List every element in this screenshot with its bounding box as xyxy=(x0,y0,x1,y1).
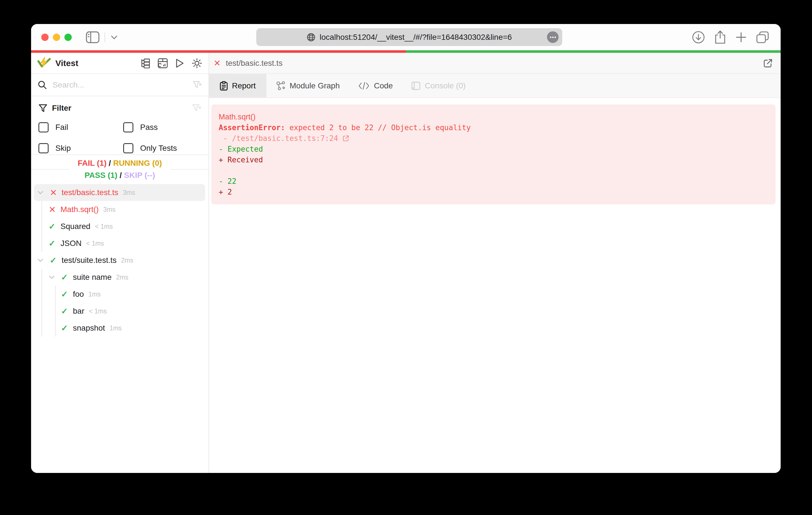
pass-icon: ✓ xyxy=(49,239,60,248)
test-duration: < 1ms xyxy=(89,307,107,315)
tree-item-math-sqrt[interactable]: ✕ Math.sqrt() 3ms xyxy=(31,201,208,218)
test-label: Math.sqrt() xyxy=(60,205,98,214)
summary-running: RUNNING (0) xyxy=(113,159,162,168)
tree-guide xyxy=(41,286,42,303)
test-label: snapshot xyxy=(73,324,105,333)
console-icon xyxy=(411,81,420,90)
toolbar-divider xyxy=(105,32,105,42)
report-content: Math.sqrt() AssertionError: expected 2 t… xyxy=(209,98,781,473)
search-icon xyxy=(38,81,47,90)
diff-expected-value: - 22 xyxy=(219,176,768,187)
tree-item-squared[interactable]: ✓ Squared < 1ms xyxy=(31,218,208,235)
external-link-icon[interactable] xyxy=(342,135,349,142)
tab-label: Code xyxy=(374,81,393,90)
address-bar[interactable]: localhost:51204/__vitest__/#/?file=16484… xyxy=(256,28,562,46)
tree-guide xyxy=(41,269,42,286)
tree-item-bar[interactable]: ✓ bar < 1ms xyxy=(31,303,208,320)
open-in-editor-icon[interactable] xyxy=(763,58,773,68)
share-icon[interactable] xyxy=(714,30,726,44)
tree-item-foo[interactable]: ✓ foo 1ms xyxy=(31,286,208,303)
run-all-icon[interactable] xyxy=(175,58,184,68)
filter-option-only-tests[interactable]: Only Tests xyxy=(123,143,201,153)
screen-background: { "browser": { "url": "localhost:51204/_… xyxy=(0,0,812,515)
close-window-button[interactable] xyxy=(41,34,49,41)
app-title: Vitest xyxy=(55,58,78,68)
sidebar: Vitest xyxy=(31,53,209,473)
report-icon xyxy=(220,81,228,91)
close-file-icon[interactable]: ✕ xyxy=(213,59,221,67)
test-duration: 1ms xyxy=(110,325,122,332)
checkbox-skip[interactable] xyxy=(38,143,49,153)
chevron-down-icon[interactable] xyxy=(37,190,50,194)
checkbox-label: Fail xyxy=(55,123,68,132)
expand-tree-icon[interactable] xyxy=(141,58,150,68)
dashboard-icon[interactable] xyxy=(158,58,168,68)
filter-title: Filter xyxy=(52,103,71,113)
test-label: foo xyxy=(73,290,84,299)
test-duration: 2ms xyxy=(116,274,128,281)
test-duration: 2ms xyxy=(121,256,133,264)
clear-search-filter-icon[interactable] xyxy=(193,81,202,89)
tree-item-json[interactable]: ✓ JSON < 1ms xyxy=(31,235,208,252)
diff-received-value: + 2 xyxy=(219,187,768,198)
filter-option-skip[interactable]: Skip xyxy=(38,143,123,153)
filter-option-pass[interactable]: Pass xyxy=(123,122,201,132)
file-tab-header: ✕ test/basic.test.ts xyxy=(209,53,781,74)
downloads-icon[interactable] xyxy=(692,31,705,44)
tab-code[interactable]: Code xyxy=(349,74,402,97)
tree-guide xyxy=(41,235,42,252)
tab-overview-icon[interactable] xyxy=(756,31,769,44)
tree-item-suite-name[interactable]: ✓ suite name 2ms xyxy=(31,269,208,286)
test-duration: 3ms xyxy=(123,189,135,196)
tab-label: Console (0) xyxy=(425,81,466,90)
tab-label: Report xyxy=(232,81,256,90)
tab-module-graph[interactable]: Module Graph xyxy=(266,74,349,97)
checkbox-only-tests[interactable] xyxy=(123,143,133,153)
error-location-link[interactable]: - /test/basic.test.ts:7:24 xyxy=(219,133,768,144)
test-tree: ✕ test/basic.test.ts 3ms ✕ Math.sqrt() 3… xyxy=(31,183,208,473)
chevron-down-icon[interactable] xyxy=(37,259,50,262)
chevron-down-icon[interactable] xyxy=(49,275,61,279)
view-tabs: Report Module Graph xyxy=(209,74,781,98)
tree-guide xyxy=(55,286,56,303)
tree-item-snapshot[interactable]: ✓ snapshot 1ms xyxy=(31,320,208,337)
globe-icon xyxy=(307,33,316,42)
checkbox-label: Only Tests xyxy=(140,144,177,153)
test-duration: < 1ms xyxy=(95,223,113,231)
tree-guide xyxy=(55,320,56,337)
theme-toggle-icon[interactable] xyxy=(192,58,202,69)
assertion-error-line: AssertionError: expected 2 to be 22 // O… xyxy=(219,122,768,133)
zoom-window-button[interactable] xyxy=(64,34,72,41)
code-icon xyxy=(358,82,370,90)
checkbox-fail[interactable] xyxy=(38,122,49,132)
pass-icon: ✓ xyxy=(61,307,73,315)
sidebar-toggle-icon[interactable] xyxy=(86,31,99,43)
test-duration: < 1ms xyxy=(86,240,104,247)
chevron-down-icon[interactable] xyxy=(110,35,118,40)
url-text: localhost:51204/__vitest__/#/?file=16484… xyxy=(320,33,512,42)
new-tab-icon[interactable] xyxy=(735,32,747,43)
test-summary: FAIL (1) / RUNNING (0) PASS (1) / SKIP (… xyxy=(31,155,208,183)
minimize-window-button[interactable] xyxy=(53,34,60,41)
pass-icon: ✓ xyxy=(61,273,73,281)
search-row xyxy=(31,74,208,96)
checkbox-label: Pass xyxy=(140,123,158,132)
pass-icon: ✓ xyxy=(50,256,62,265)
browser-titlebar: localhost:51204/__vitest__/#/?file=16484… xyxy=(31,24,781,50)
filter-section: Filter Fail Pass xyxy=(31,96,208,155)
checkbox-pass[interactable] xyxy=(123,122,133,132)
vitest-logo xyxy=(37,57,51,70)
tree-item-basic-test-file[interactable]: ✕ test/basic.test.ts 3ms xyxy=(31,184,208,201)
tree-guide xyxy=(41,320,42,337)
filter-option-fail[interactable]: Fail xyxy=(38,122,123,132)
clear-filter-icon[interactable] xyxy=(192,104,201,112)
tab-report[interactable]: Report xyxy=(209,74,266,97)
tree-guide xyxy=(41,218,42,235)
progress-pass-segment xyxy=(406,50,781,53)
fail-icon: ✕ xyxy=(49,205,60,214)
summary-pass: PASS (1) xyxy=(85,171,117,180)
search-input[interactable] xyxy=(52,80,187,90)
open-file-name: test/basic.test.ts xyxy=(226,59,283,68)
tree-item-suite-test-file[interactable]: ✓ test/suite.test.ts 2ms xyxy=(31,252,208,269)
more-options-button[interactable] xyxy=(547,31,558,43)
